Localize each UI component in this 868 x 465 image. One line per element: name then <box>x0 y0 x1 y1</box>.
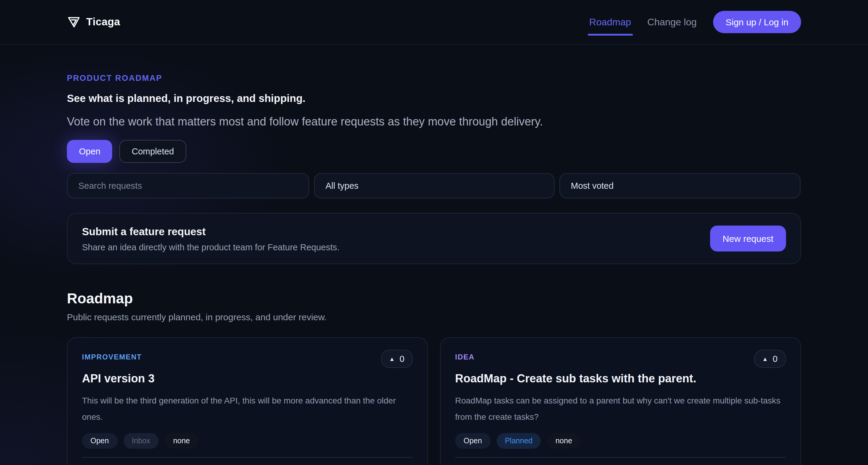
banner-title: Submit a feature request <box>82 225 339 238</box>
request-type-badge: IMPROVEMENT <box>82 350 142 361</box>
banner-subtitle: Share an idea directly with the product … <box>82 242 339 252</box>
nav-link-changelog[interactable]: Change log <box>647 17 697 27</box>
brand[interactable]: Ticaga <box>67 15 120 29</box>
request-title[interactable]: API version 3 <box>82 372 413 385</box>
search-input[interactable] <box>79 181 298 191</box>
stage-tag: Planned <box>496 433 541 448</box>
brand-logo-icon <box>67 15 81 29</box>
card-header: IMPROVEMENT ▲ 0 <box>82 350 413 368</box>
card-header: IDEA ▲ 0 <box>455 350 786 368</box>
submit-request-banner: Submit a feature request Share an idea d… <box>67 213 801 264</box>
vote-count: 0 <box>400 354 404 364</box>
tab-open[interactable]: Open <box>67 140 113 163</box>
filter-row: All types Most voted <box>67 173 801 198</box>
request-card[interactable]: IDEA ▲ 0 RoadMap - Create sub tasks with… <box>440 337 801 465</box>
type-select-value: All types <box>326 181 359 191</box>
roadmap-section-title: Roadmap <box>67 290 801 307</box>
request-description: RoadMap tasks can be assigned to a paren… <box>455 393 786 426</box>
request-cards-grid: IMPROVEMENT ▲ 0 API version 3 This will … <box>67 337 801 465</box>
page: Ticaga Roadmap Change log Sign up / Log … <box>0 0 868 465</box>
sort-select[interactable]: Most voted <box>559 173 801 198</box>
tag-row: Open Planned none <box>455 433 786 448</box>
main-content: PRODUCT ROADMAP See what is planned, in … <box>67 45 801 465</box>
vote-button[interactable]: ▲ 0 <box>754 350 786 368</box>
sort-select-value: Most voted <box>571 181 614 191</box>
nav-link-roadmap[interactable]: Roadmap <box>589 17 631 27</box>
request-description: This will be the third generation of the… <box>82 393 413 426</box>
tab-completed[interactable]: Completed <box>120 140 186 163</box>
card-divider <box>455 457 786 458</box>
tag-row: Open Inbox none <box>82 433 413 448</box>
status-tag: Open <box>455 433 490 448</box>
category-tag: none <box>164 433 198 448</box>
vote-button[interactable]: ▲ 0 <box>381 350 413 368</box>
brand-name: Ticaga <box>86 16 120 28</box>
search-field <box>67 173 309 198</box>
type-select[interactable]: All types <box>314 173 555 198</box>
banner-text: Submit a feature request Share an idea d… <box>82 225 339 252</box>
upvote-icon: ▲ <box>762 355 768 362</box>
upvote-icon: ▲ <box>389 355 395 362</box>
top-navigation-bar: Ticaga Roadmap Change log Sign up / Log … <box>0 0 868 45</box>
card-divider <box>82 457 413 458</box>
request-title[interactable]: RoadMap - Create sub tasks with the pare… <box>455 372 786 385</box>
hero-title: See what is planned, in progress, and sh… <box>67 92 801 105</box>
request-type-badge: IDEA <box>455 350 475 361</box>
main-nav: Roadmap Change log Sign up / Log in <box>589 11 801 33</box>
hero-subtitle: Vote on the work that matters most and f… <box>67 115 801 128</box>
vote-count: 0 <box>773 354 778 364</box>
status-filter-tabs: Open Completed <box>67 140 801 163</box>
stage-tag: Inbox <box>123 433 158 448</box>
new-request-button[interactable]: New request <box>710 226 786 252</box>
signup-login-button[interactable]: Sign up / Log in <box>713 11 801 33</box>
roadmap-section-subtitle: Public requests currently planned, in pr… <box>67 312 801 322</box>
category-tag: none <box>547 433 581 448</box>
request-card[interactable]: IMPROVEMENT ▲ 0 API version 3 This will … <box>67 337 428 465</box>
hero-eyebrow: PRODUCT ROADMAP <box>67 74 801 83</box>
status-tag: Open <box>82 433 117 448</box>
